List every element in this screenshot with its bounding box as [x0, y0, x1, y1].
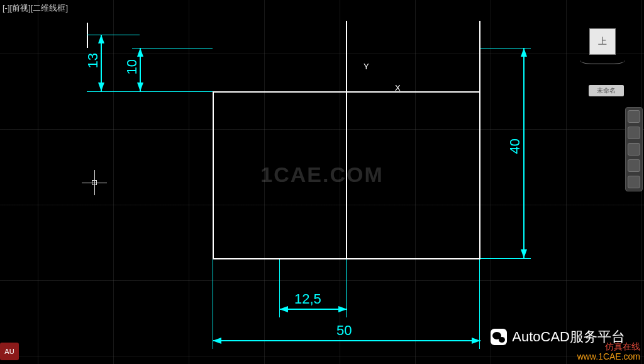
dimension-arrow-icon — [137, 48, 143, 57]
navigation-bar — [625, 107, 643, 191]
dimension-arrow-icon — [279, 306, 288, 312]
dimension-arrow-icon — [521, 48, 527, 57]
dimension-ext — [479, 259, 480, 349]
ucs-x-icon: X — [395, 83, 401, 93]
dimension-text: 13 — [85, 53, 101, 68]
dimension-arrow-icon — [338, 306, 347, 312]
dimension-arrow-icon — [137, 82, 143, 91]
nav-pan-icon[interactable] — [628, 127, 640, 139]
watermark-corner-line2: www.1CAE.com — [577, 351, 640, 361]
viewcube[interactable]: 上 — [589, 28, 616, 55]
dimension-line — [213, 340, 480, 341]
viewcube-compass-icon[interactable] — [580, 55, 625, 64]
dimension-arrow-icon — [98, 35, 104, 43]
crosshair-cursor-icon — [82, 170, 107, 195]
dimension-line — [523, 48, 525, 258]
dimension-line — [279, 309, 347, 310]
dimension-arrow-icon — [98, 82, 104, 91]
watermark-au-icon: AU — [0, 343, 19, 360]
ucs-y-icon: Y — [364, 62, 369, 71]
ucs-name-tag[interactable]: 未命名 — [589, 85, 624, 96]
dimension-ext — [132, 48, 213, 48]
drawing-line — [346, 21, 347, 91]
watermark-center: 1CAE.COM — [260, 162, 383, 187]
nav-orbit-icon[interactable] — [628, 159, 640, 172]
nav-zoom-icon[interactable] — [628, 143, 640, 156]
drawing-line — [87, 23, 88, 48]
dimension-ext — [87, 35, 140, 35]
watermark-corner: 仿真在线 www.1CAE.com — [577, 341, 640, 361]
dimension-text: 12,5 — [294, 291, 321, 307]
nav-wheel-icon[interactable] — [628, 110, 640, 123]
dimension-text: 10 — [124, 59, 140, 74]
dimension-arrow-icon — [213, 338, 221, 344]
drawing-line — [213, 258, 480, 259]
watermark-corner-line1: 仿真在线 — [577, 341, 640, 351]
dimension-text: 50 — [336, 322, 352, 339]
dimension-ext — [480, 258, 531, 259]
wechat-icon — [491, 329, 507, 345]
drawing-line — [479, 21, 480, 91]
dimension-ext — [213, 259, 213, 349]
dimension-arrow-icon — [521, 249, 527, 258]
drawing-line — [479, 91, 480, 258]
nav-showmotion-icon[interactable] — [628, 176, 640, 188]
drawing-line — [213, 91, 214, 258]
dimension-ext — [87, 91, 213, 92]
dimension-arrow-icon — [472, 338, 480, 344]
dimension-text: 40 — [507, 139, 523, 154]
